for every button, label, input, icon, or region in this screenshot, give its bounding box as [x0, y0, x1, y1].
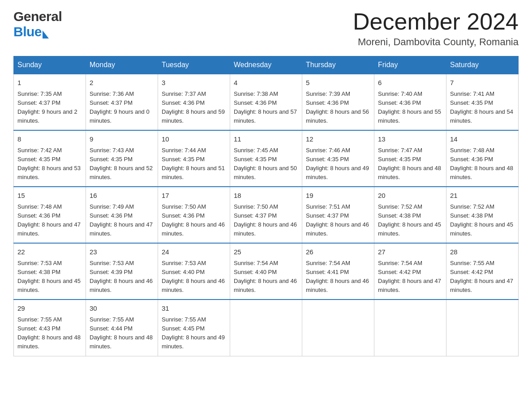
calendar-cell: 3Sunrise: 7:37 AMSunset: 4:36 PMDaylight… — [158, 74, 230, 130]
day-info: Sunrise: 7:36 AMSunset: 4:37 PMDaylight:… — [90, 90, 150, 124]
calendar-cell: 5Sunrise: 7:39 AMSunset: 4:36 PMDaylight… — [302, 74, 374, 130]
calendar-cell: 16Sunrise: 7:49 AMSunset: 4:36 PMDayligh… — [86, 187, 158, 243]
calendar-week-row: 22Sunrise: 7:53 AMSunset: 4:38 PMDayligh… — [14, 243, 519, 300]
calendar-cell: 30Sunrise: 7:55 AMSunset: 4:44 PMDayligh… — [86, 300, 158, 356]
calendar-week-row: 8Sunrise: 7:42 AMSunset: 4:35 PMDaylight… — [14, 130, 519, 187]
calendar-header-monday: Monday — [86, 56, 158, 74]
day-info: Sunrise: 7:35 AMSunset: 4:37 PMDaylight:… — [17, 90, 77, 124]
day-info: Sunrise: 7:42 AMSunset: 4:35 PMDaylight:… — [17, 147, 81, 180]
day-number: 3 — [162, 78, 226, 88]
calendar-header-tuesday: Tuesday — [158, 56, 230, 74]
calendar-cell: 4Sunrise: 7:38 AMSunset: 4:36 PMDaylight… — [230, 74, 302, 130]
calendar-cell: 7Sunrise: 7:41 AMSunset: 4:35 PMDaylight… — [446, 74, 519, 130]
calendar-cell: 31Sunrise: 7:55 AMSunset: 4:45 PMDayligh… — [158, 300, 230, 356]
day-number: 19 — [306, 191, 370, 201]
title-area: December 2024 Moreni, Dambovita County, … — [353, 9, 519, 48]
day-info: Sunrise: 7:47 AMSunset: 4:35 PMDaylight:… — [378, 147, 441, 180]
day-info: Sunrise: 7:39 AMSunset: 4:36 PMDaylight:… — [306, 90, 369, 124]
calendar-header-wednesday: Wednesday — [230, 56, 302, 74]
day-number: 28 — [450, 247, 515, 257]
day-number: 30 — [90, 304, 154, 314]
day-info: Sunrise: 7:50 AMSunset: 4:36 PMDaylight:… — [162, 203, 225, 237]
day-info: Sunrise: 7:51 AMSunset: 4:37 PMDaylight:… — [306, 203, 369, 237]
day-number: 31 — [162, 304, 226, 314]
calendar-week-row: 1Sunrise: 7:35 AMSunset: 4:37 PMDaylight… — [14, 74, 519, 130]
day-info: Sunrise: 7:52 AMSunset: 4:38 PMDaylight:… — [378, 203, 441, 237]
calendar-header-thursday: Thursday — [302, 56, 374, 74]
logo-arrow-icon — [43, 30, 49, 39]
day-info: Sunrise: 7:37 AMSunset: 4:36 PMDaylight:… — [162, 90, 225, 124]
calendar-header-row: SundayMondayTuesdayWednesdayThursdayFrid… — [14, 56, 519, 74]
day-number: 8 — [17, 134, 82, 145]
calendar-cell: 6Sunrise: 7:40 AMSunset: 4:36 PMDaylight… — [374, 74, 446, 130]
calendar-cell — [446, 300, 519, 356]
day-info: Sunrise: 7:50 AMSunset: 4:37 PMDaylight:… — [234, 203, 297, 237]
day-number: 1 — [17, 78, 82, 88]
day-number: 23 — [90, 247, 154, 257]
logo-general: General — [13, 9, 62, 24]
day-number: 11 — [234, 134, 298, 145]
calendar-cell: 12Sunrise: 7:46 AMSunset: 4:35 PMDayligh… — [302, 130, 374, 187]
calendar-cell: 1Sunrise: 7:35 AMSunset: 4:37 PMDaylight… — [14, 74, 86, 130]
calendar-cell: 20Sunrise: 7:52 AMSunset: 4:38 PMDayligh… — [374, 187, 446, 243]
calendar-cell: 9Sunrise: 7:43 AMSunset: 4:35 PMDaylight… — [86, 130, 158, 187]
day-info: Sunrise: 7:38 AMSunset: 4:36 PMDaylight:… — [234, 90, 297, 124]
logo: General Blue — [13, 9, 62, 39]
calendar-week-row: 29Sunrise: 7:55 AMSunset: 4:43 PMDayligh… — [14, 300, 519, 356]
day-info: Sunrise: 7:55 AMSunset: 4:45 PMDaylight:… — [162, 316, 225, 350]
day-number: 17 — [162, 191, 226, 201]
calendar-cell: 13Sunrise: 7:47 AMSunset: 4:35 PMDayligh… — [374, 130, 446, 187]
day-number: 29 — [17, 304, 82, 314]
calendar-cell: 10Sunrise: 7:44 AMSunset: 4:35 PMDayligh… — [158, 130, 230, 187]
day-number: 25 — [234, 247, 298, 257]
day-info: Sunrise: 7:48 AMSunset: 4:36 PMDaylight:… — [17, 203, 81, 237]
calendar-week-row: 15Sunrise: 7:48 AMSunset: 4:36 PMDayligh… — [14, 187, 519, 243]
day-info: Sunrise: 7:54 AMSunset: 4:40 PMDaylight:… — [234, 260, 297, 293]
day-number: 6 — [378, 78, 442, 88]
calendar-header-friday: Friday — [374, 56, 446, 74]
day-number: 18 — [234, 191, 298, 201]
location-title: Moreni, Dambovita County, Romania — [353, 36, 519, 48]
day-number: 16 — [90, 191, 154, 201]
calendar-cell: 15Sunrise: 7:48 AMSunset: 4:36 PMDayligh… — [14, 187, 86, 243]
calendar-cell: 24Sunrise: 7:53 AMSunset: 4:40 PMDayligh… — [158, 243, 230, 300]
day-info: Sunrise: 7:55 AMSunset: 4:44 PMDaylight:… — [90, 316, 153, 350]
day-number: 10 — [162, 134, 226, 145]
calendar-cell: 25Sunrise: 7:54 AMSunset: 4:40 PMDayligh… — [230, 243, 302, 300]
day-info: Sunrise: 7:48 AMSunset: 4:36 PMDaylight:… — [450, 147, 513, 180]
day-info: Sunrise: 7:44 AMSunset: 4:35 PMDaylight:… — [162, 147, 225, 180]
calendar-cell: 26Sunrise: 7:54 AMSunset: 4:41 PMDayligh… — [302, 243, 374, 300]
calendar-cell: 27Sunrise: 7:54 AMSunset: 4:42 PMDayligh… — [374, 243, 446, 300]
day-number: 4 — [234, 78, 298, 88]
day-info: Sunrise: 7:40 AMSunset: 4:36 PMDaylight:… — [378, 90, 441, 124]
day-number: 7 — [450, 78, 515, 88]
day-info: Sunrise: 7:45 AMSunset: 4:35 PMDaylight:… — [234, 147, 297, 180]
calendar-cell: 8Sunrise: 7:42 AMSunset: 4:35 PMDaylight… — [14, 130, 86, 187]
calendar-header-sunday: Sunday — [14, 56, 86, 74]
page-header: General Blue December 2024 Moreni, Dambo… — [13, 9, 519, 48]
calendar-header-saturday: Saturday — [446, 56, 519, 74]
calendar-cell: 18Sunrise: 7:50 AMSunset: 4:37 PMDayligh… — [230, 187, 302, 243]
calendar-cell: 29Sunrise: 7:55 AMSunset: 4:43 PMDayligh… — [14, 300, 86, 356]
day-info: Sunrise: 7:55 AMSunset: 4:43 PMDaylight:… — [17, 316, 81, 350]
calendar-cell: 28Sunrise: 7:55 AMSunset: 4:42 PMDayligh… — [446, 243, 519, 300]
month-title: December 2024 — [353, 9, 519, 34]
calendar-cell: 23Sunrise: 7:53 AMSunset: 4:39 PMDayligh… — [86, 243, 158, 300]
calendar-cell — [374, 300, 446, 356]
day-info: Sunrise: 7:43 AMSunset: 4:35 PMDaylight:… — [90, 147, 153, 180]
calendar-cell — [302, 300, 374, 356]
day-number: 12 — [306, 134, 370, 145]
day-info: Sunrise: 7:49 AMSunset: 4:36 PMDaylight:… — [90, 203, 153, 237]
day-number: 9 — [90, 134, 154, 145]
calendar-table: SundayMondayTuesdayWednesdayThursdayFrid… — [13, 56, 519, 356]
calendar-cell: 19Sunrise: 7:51 AMSunset: 4:37 PMDayligh… — [302, 187, 374, 243]
calendar-cell: 17Sunrise: 7:50 AMSunset: 4:36 PMDayligh… — [158, 187, 230, 243]
calendar-cell: 2Sunrise: 7:36 AMSunset: 4:37 PMDaylight… — [86, 74, 158, 130]
day-number: 5 — [306, 78, 370, 88]
day-info: Sunrise: 7:53 AMSunset: 4:38 PMDaylight:… — [17, 260, 81, 293]
day-number: 13 — [378, 134, 442, 145]
calendar-cell — [230, 300, 302, 356]
calendar-cell: 14Sunrise: 7:48 AMSunset: 4:36 PMDayligh… — [446, 130, 519, 187]
logo-blue: Blue — [13, 24, 62, 39]
day-number: 27 — [378, 247, 442, 257]
